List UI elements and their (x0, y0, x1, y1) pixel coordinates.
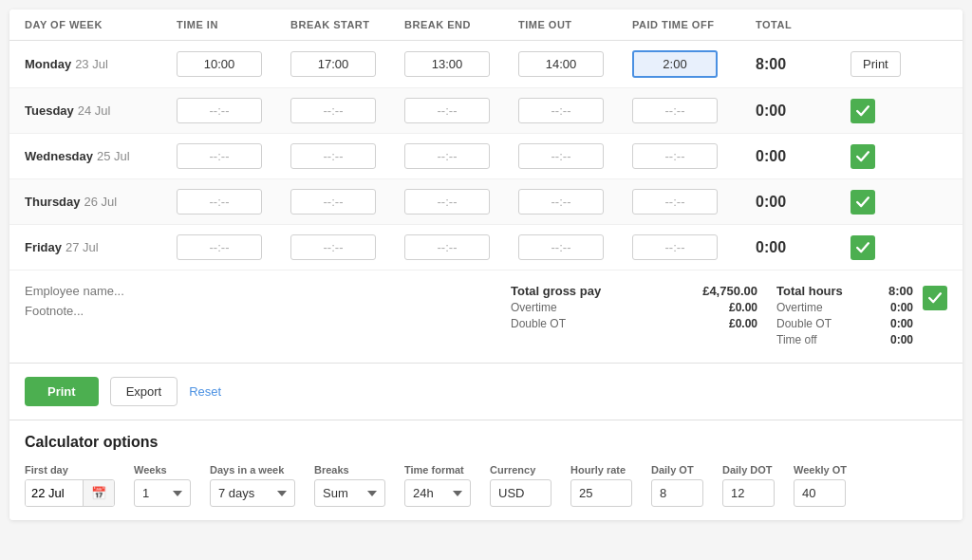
tuesday-row: Tuesday24 Jul 0:00 (9, 88, 963, 134)
monday-break-start[interactable] (290, 51, 376, 77)
overtime-hours-label: Overtime (776, 301, 823, 314)
thursday-row: Thursday26 Jul 0:00 (9, 179, 963, 225)
thursday-total: 0:00 (756, 194, 850, 211)
employee-name-input[interactable] (25, 284, 215, 298)
col-paid-time-off: PAID TIME OFF (632, 19, 756, 30)
daily-dot-group: Daily DOT (722, 464, 775, 507)
col-day-of-week: DAY OF WEEK (25, 19, 177, 30)
monday-break-end[interactable] (404, 51, 490, 77)
actions-row: Print Export Reset (9, 364, 963, 420)
thursday-paid-time-off[interactable] (632, 189, 718, 215)
monday-copy-button[interactable]: Print (850, 51, 901, 77)
friday-check-button[interactable] (850, 235, 875, 260)
monday-label: Monday23 Jul (25, 57, 177, 71)
footnote-input[interactable] (25, 304, 215, 318)
tuesday-time-out[interactable] (518, 98, 604, 123)
double-ot-hours-label: Double OT (776, 317, 832, 330)
tuesday-paid-time-off[interactable] (632, 98, 718, 123)
weekly-ot-label: Weekly OT (794, 464, 847, 476)
total-gross-pay-label: Total gross pay (511, 284, 601, 298)
total-hours-label: Total hours (776, 284, 843, 298)
hourly-rate-label: Hourly rate (570, 464, 632, 476)
thursday-label: Thursday26 Jul (25, 195, 177, 209)
thursday-time-out[interactable] (518, 189, 604, 215)
wednesday-time-out[interactable] (518, 143, 604, 169)
wednesday-paid-time-off[interactable] (632, 143, 718, 169)
options-grid: First day 📅 Weeks 1234 Days in a week 7 … (25, 464, 947, 507)
breaks-select[interactable]: SumLongest (314, 479, 385, 507)
hourly-rate-input[interactable] (570, 479, 632, 507)
wednesday-check-button[interactable] (850, 144, 875, 169)
reset-link[interactable]: Reset (189, 384, 221, 399)
calendar-icon[interactable]: 📅 (83, 480, 114, 506)
overtime-pay-value: £0.00 (729, 301, 757, 314)
friday-time-out[interactable] (518, 234, 604, 260)
col-time-out: TIME OUT (518, 19, 632, 30)
days-in-week-select[interactable]: 7 days5 days6 days (210, 479, 295, 507)
tuesday-break-start[interactable] (290, 98, 376, 123)
daily-ot-group: Daily OT (651, 464, 703, 507)
currency-input[interactable] (490, 479, 551, 507)
thursday-break-start[interactable] (290, 189, 376, 215)
calc-options-title: Calculator options (25, 434, 947, 451)
hourly-rate-group: Hourly rate (570, 464, 632, 507)
wednesday-total: 0:00 (756, 148, 850, 165)
friday-label: Friday27 Jul (25, 240, 177, 254)
daily-dot-label: Daily DOT (722, 464, 775, 476)
overtime-pay-label: Overtime (511, 301, 557, 314)
tuesday-time-in[interactable] (177, 98, 262, 123)
col-total: TOTAL (756, 19, 850, 30)
time-off-value: 0:00 (890, 333, 913, 346)
time-off-label: Time off (776, 333, 817, 346)
friday-row: Friday27 Jul 0:00 (9, 225, 963, 271)
export-button[interactable]: Export (110, 377, 178, 406)
breaks-group: Breaks SumLongest (314, 464, 385, 507)
wednesday-break-start[interactable] (290, 143, 376, 169)
col-break-end: BREAK END (404, 19, 518, 30)
check-icon (856, 150, 869, 163)
calculator-options-section: Calculator options First day 📅 Weeks 123… (9, 420, 963, 520)
summary-check-button[interactable] (923, 286, 947, 310)
double-ot-pay-value: £0.00 (729, 317, 757, 330)
friday-time-in[interactable] (177, 234, 262, 260)
wednesday-time-in[interactable] (177, 143, 262, 169)
daily-ot-label: Daily OT (651, 464, 703, 476)
monday-paid-time-off[interactable] (632, 50, 718, 78)
first-day-input[interactable] (26, 480, 83, 506)
friday-break-end[interactable] (404, 234, 490, 260)
tuesday-check-button[interactable] (850, 99, 875, 123)
weekly-ot-input[interactable] (794, 479, 846, 507)
first-day-group: First day 📅 (25, 464, 115, 507)
monday-time-in[interactable] (177, 51, 262, 77)
double-ot-hours-value: 0:00 (890, 317, 913, 330)
friday-break-start[interactable] (290, 234, 376, 260)
total-hours-value: 8:00 (888, 284, 913, 298)
total-gross-pay-value: £4,750.00 (702, 284, 757, 298)
time-format-label: Time format (404, 464, 471, 476)
thursday-break-end[interactable] (404, 189, 490, 215)
monday-total: 8:00 (756, 56, 850, 73)
print-button[interactable]: Print (25, 377, 99, 406)
summary-left (25, 284, 492, 318)
friday-total: 0:00 (756, 239, 850, 256)
check-icon (856, 196, 869, 209)
weeks-label: Weeks (134, 464, 191, 476)
col-action (850, 19, 926, 30)
weeks-select[interactable]: 1234 (134, 479, 191, 507)
tuesday-break-end[interactable] (404, 98, 490, 123)
wednesday-break-end[interactable] (404, 143, 490, 169)
check-icon (856, 241, 869, 254)
time-format-select[interactable]: 24h12h (404, 479, 471, 507)
daily-ot-input[interactable] (651, 479, 703, 507)
tuesday-total: 0:00 (756, 103, 850, 120)
summary-pay-section: Total gross pay £4,750.00 Overtime £0.00… (511, 284, 757, 333)
days-in-week-group: Days in a week 7 days5 days6 days (210, 464, 295, 507)
daily-dot-input[interactable] (722, 479, 775, 507)
breaks-label: Breaks (314, 464, 385, 476)
friday-paid-time-off[interactable] (632, 234, 718, 260)
wednesday-row: Wednesday25 Jul 0:00 (9, 134, 963, 179)
thursday-check-button[interactable] (850, 190, 875, 215)
table-header: DAY OF WEEK TIME IN BREAK START BREAK EN… (9, 9, 963, 41)
monday-time-out[interactable] (518, 51, 604, 77)
thursday-time-in[interactable] (177, 189, 262, 215)
